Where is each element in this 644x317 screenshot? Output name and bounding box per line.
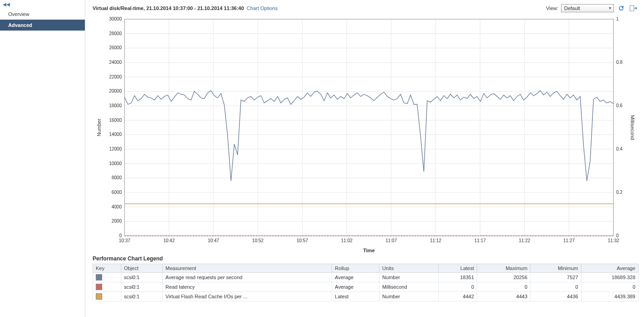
svg-text:11:12: 11:12: [430, 238, 441, 243]
app-root: ◀◀ OverviewAdvanced Virtual disk/Real-ti…: [0, 0, 644, 317]
cell-measurement: Virtual Flash Read Cache I/Os per ...: [162, 292, 332, 301]
svg-text:0.6: 0.6: [616, 103, 623, 108]
cell-latest: 18351: [439, 273, 477, 282]
svg-text:1: 1: [616, 16, 619, 21]
cell-units: Millisecond: [379, 282, 439, 292]
svg-rect-0: [630, 5, 634, 11]
cell-object: scsi0:1: [121, 273, 162, 282]
svg-text:20000: 20000: [109, 88, 122, 94]
view-label: View:: [546, 5, 558, 11]
svg-text:Time: Time: [363, 248, 374, 253]
cell-rollup: Average: [332, 273, 379, 282]
cell-measurement: Read latency: [162, 282, 332, 292]
sidebar: ◀◀ OverviewAdvanced: [0, 0, 85, 317]
cell-units: Number: [379, 292, 439, 301]
cell-minimum: 7527: [530, 273, 581, 282]
legend-col-key[interactable]: Key: [93, 264, 121, 273]
svg-text:2000: 2000: [112, 218, 122, 223]
cell-latest: 4442: [439, 292, 477, 301]
svg-text:11:32: 11:32: [608, 238, 619, 243]
svg-text:16000: 16000: [109, 118, 122, 123]
svg-text:24000: 24000: [109, 60, 122, 65]
chart-area: 0200040006000800010000120001400016000180…: [93, 16, 639, 253]
svg-text:10:42: 10:42: [163, 238, 175, 243]
cell-minimum: 4436: [530, 292, 581, 301]
table-row[interactable]: scsi0:1Average read requests per secondA…: [93, 273, 639, 282]
svg-text:10:52: 10:52: [252, 238, 264, 243]
svg-text:10:47: 10:47: [208, 238, 219, 243]
legend-swatch: [96, 284, 102, 290]
chart-options-link[interactable]: Chart Options: [247, 5, 278, 11]
collapse-sidebar-button[interactable]: ◀◀: [0, 0, 13, 9]
svg-text:10:57: 10:57: [296, 238, 308, 243]
svg-text:0.2: 0.2: [616, 190, 623, 195]
svg-text:0: 0: [119, 233, 122, 238]
svg-text:0.4: 0.4: [616, 146, 623, 151]
main-panel: Virtual disk/Real-time, 21.10.2014 10:37…: [85, 0, 644, 317]
svg-text:11:22: 11:22: [519, 238, 530, 243]
cell-latest: 0: [439, 282, 477, 292]
svg-text:28000: 28000: [109, 31, 122, 36]
svg-text:18000: 18000: [109, 103, 122, 108]
cell-minimum: 0: [530, 282, 581, 292]
cell-rollup: Latest: [332, 292, 379, 301]
chart-header: Virtual disk/Real-time, 21.10.2014 10:37…: [93, 0, 639, 16]
line-chart: 0200040006000800010000120001400016000180…: [93, 16, 635, 255]
svg-text:8000: 8000: [112, 175, 122, 180]
cell-object: scsi0:1: [121, 282, 162, 292]
cell-units: Number: [379, 273, 439, 282]
svg-text:12000: 12000: [109, 146, 122, 151]
sidebar-item-advanced[interactable]: Advanced: [0, 20, 85, 31]
cell-maximum: 20256: [477, 273, 530, 282]
svg-text:10000: 10000: [109, 161, 122, 166]
legend-col-object[interactable]: Object: [121, 264, 162, 273]
legend-col-maximum[interactable]: Maximum: [477, 264, 530, 273]
svg-text:11:02: 11:02: [341, 238, 353, 243]
legend-col-minimum[interactable]: Minimum: [530, 264, 581, 273]
chart-title: Virtual disk/Real-time, 21.10.2014 10:37…: [93, 5, 244, 11]
svg-text:11:17: 11:17: [474, 238, 486, 243]
export-icon[interactable]: [628, 4, 639, 13]
legend-col-rollup[interactable]: Rollup: [332, 264, 379, 273]
legend-col-latest[interactable]: Latest: [439, 264, 477, 273]
svg-text:14000: 14000: [109, 132, 122, 137]
svg-text:10:37: 10:37: [119, 238, 130, 243]
svg-text:26000: 26000: [109, 45, 122, 50]
view-select[interactable]: Default: [561, 4, 614, 12]
cell-maximum: 4443: [477, 292, 530, 301]
svg-text:11:07: 11:07: [385, 238, 397, 243]
legend-col-units[interactable]: Units: [379, 264, 439, 273]
legend-swatch: [96, 274, 102, 281]
svg-text:Millisecond: Millisecond: [630, 115, 635, 140]
cell-maximum: 0: [477, 282, 530, 292]
svg-text:0.8: 0.8: [616, 60, 623, 65]
svg-rect-63: [125, 19, 613, 236]
cell-average: 4439.389: [581, 292, 638, 301]
sidebar-item-overview[interactable]: Overview: [0, 9, 85, 20]
svg-text:4000: 4000: [112, 204, 122, 209]
svg-text:22000: 22000: [109, 74, 122, 79]
cell-average: 18689.328: [581, 273, 638, 282]
table-row[interactable]: scsi0:1Read latencyAverageMillisecond000…: [93, 282, 639, 292]
cell-average: 0: [581, 282, 638, 292]
svg-text:Number: Number: [96, 119, 102, 136]
svg-text:30000: 30000: [109, 16, 122, 21]
svg-text:6000: 6000: [112, 190, 122, 195]
svg-text:11:27: 11:27: [563, 238, 575, 243]
legend-col-average[interactable]: Average: [581, 264, 638, 273]
cell-measurement: Average read requests per second: [162, 273, 332, 282]
legend-table: KeyObjectMeasurementRollupUnitsLatestMax…: [93, 264, 639, 301]
table-row[interactable]: scsi0:1Virtual Flash Read Cache I/Os per…: [93, 292, 639, 301]
cell-object: scsi0:1: [121, 292, 162, 301]
cell-rollup: Average: [332, 282, 379, 292]
svg-text:0: 0: [616, 233, 619, 238]
legend-col-measurement[interactable]: Measurement: [162, 264, 332, 273]
refresh-icon[interactable]: [617, 4, 626, 13]
legend-swatch: [96, 293, 102, 300]
